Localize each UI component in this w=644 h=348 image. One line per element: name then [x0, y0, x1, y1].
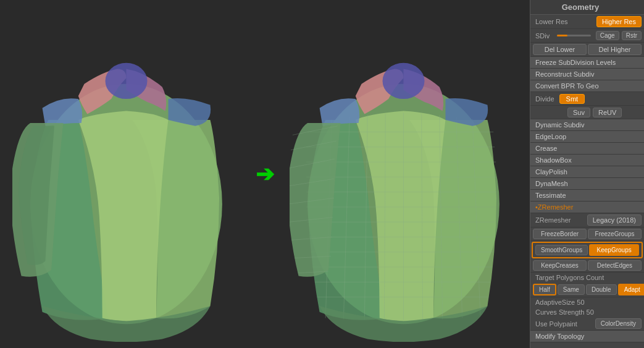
right-panel: Divide Geometry Lower Res Higher Res SDi…	[530, 0, 644, 348]
convert-bpr-button[interactable]: Convert BPR To Geo	[530, 80, 644, 92]
adaptive-size-label: AdaptiveSize 50	[530, 297, 644, 307]
sdiv-slider[interactable]	[557, 35, 591, 36]
zremesher-label: ZRemesher	[533, 216, 587, 224]
color-density-button[interactable]: ColorDensity	[595, 318, 642, 329]
double-button[interactable]: Double	[586, 284, 617, 295]
cage-button[interactable]: Cage	[596, 31, 619, 40]
same-button[interactable]: Same	[558, 284, 585, 295]
keep-creases-row: KeepCreases DetectEdges	[530, 259, 644, 273]
rstr-button[interactable]: Rstr	[622, 31, 642, 40]
freeze-subdiv-button[interactable]: Freeze SubDivision Levels	[530, 57, 644, 69]
zremesher-row: ZRemesher Legacy (2018)	[530, 213, 644, 227]
smooth-groups-row: SmoothGroups KeepGroups	[532, 242, 643, 258]
divide-row: Divide Smt	[530, 92, 644, 106]
keep-groups-button[interactable]: KeepGroups	[589, 244, 639, 256]
smt-button[interactable]: Smt	[559, 94, 585, 104]
suv-button[interactable]: Suv	[567, 108, 590, 117]
del-row: Del Lower Del Higher	[530, 43, 644, 57]
crease-button[interactable]: Crease	[530, 143, 644, 155]
del-higher-button[interactable]: Del Higher	[588, 44, 642, 55]
dynamic-subdiv-button[interactable]: Dynamic Subdiv	[530, 119, 644, 131]
geometry-label: Geometry	[562, 2, 600, 12]
reconstruct-subdiv-button[interactable]: Reconstruct Subdiv	[530, 69, 644, 80]
tessimate-button[interactable]: Tessimate	[530, 190, 644, 202]
detect-edges-button[interactable]: DetectEdges	[588, 260, 642, 271]
sdiv-row: SDiv Cage Rstr	[530, 29, 644, 43]
lower-res-label: Lower Res	[533, 17, 596, 26]
zremesher-dot-label: •ZRemesher	[535, 203, 573, 211]
legacy-button[interactable]: Legacy (2018)	[587, 214, 642, 226]
half-button[interactable]: Half	[533, 284, 556, 295]
target-polygons-label: Target Polygons Count	[530, 273, 644, 282]
direction-arrow: ➔	[256, 161, 274, 187]
keep-creases-button[interactable]: KeepCreases	[533, 260, 587, 271]
higher-res-button[interactable]: Higher Res	[596, 16, 642, 27]
modify-topology-button[interactable]: Modify Topology	[530, 331, 644, 342]
model-container: ➔	[12, 6, 517, 342]
curves-strength-label: Curves Strength 50	[530, 307, 644, 317]
geometry-header: Divide Geometry	[530, 0, 644, 15]
reuv-button[interactable]: ReUV	[593, 108, 622, 117]
polygon-count-row: Half Same Double Adapt	[530, 282, 644, 297]
edgeloop-button[interactable]: EdgeLoop	[530, 131, 644, 143]
divide-label: Divide	[533, 95, 557, 103]
sdiv-label: SDiv	[533, 32, 552, 40]
polypaint-row: Use Polypaint ColorDensity	[530, 317, 644, 331]
suv-reuv-row: Suv ReUV	[530, 106, 644, 119]
model-right	[290, 6, 517, 342]
dynamesh-button[interactable]: DynaMesh	[530, 178, 644, 190]
svg-point-1	[106, 63, 148, 99]
smooth-groups-button[interactable]: SmoothGroups	[535, 245, 588, 255]
viewport: ➔	[0, 0, 530, 348]
model-left	[12, 6, 240, 342]
svg-point-24	[383, 63, 425, 99]
zremesher-section-label: •ZRemesher	[530, 202, 644, 213]
freeze-border-button[interactable]: FreezeBorder	[533, 229, 587, 239]
res-row: Lower Res Higher Res	[530, 15, 644, 29]
use-polypaint-label: Use Polypaint	[533, 320, 595, 328]
shadowbox-button[interactable]: ShadowBox	[530, 155, 644, 166]
arrow-container: ➔	[246, 161, 283, 187]
freeze-groups-button[interactable]: FreezeGroups	[588, 229, 642, 239]
freeze-border-row: FreezeBorder FreezeGroups	[530, 227, 644, 241]
claypolish-button[interactable]: ClayPolish	[530, 166, 644, 178]
adapt-button[interactable]: Adapt	[618, 284, 644, 295]
del-lower-button[interactable]: Del Lower	[533, 44, 587, 55]
